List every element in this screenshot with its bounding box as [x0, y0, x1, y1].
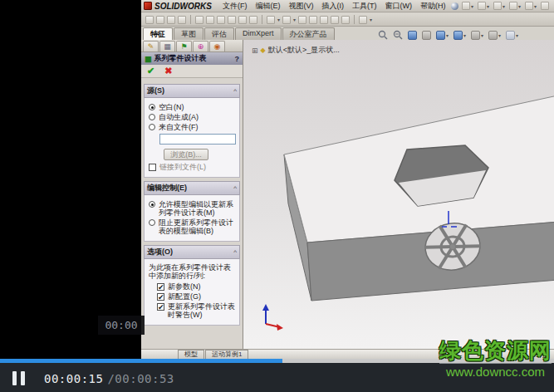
file-path-input[interactable]	[159, 134, 236, 145]
tab-evaluate[interactable]: 评估	[204, 27, 234, 40]
toolbar-icon[interactable]	[206, 16, 214, 24]
tab-model[interactable]: 模型	[178, 350, 204, 359]
tab-office-products[interactable]: 办公室产品	[282, 27, 335, 40]
panel-title: 系列零件设计表	[154, 53, 207, 64]
checkbox-icon	[149, 164, 156, 171]
propertymanager-tab[interactable]: ▦	[159, 41, 175, 51]
radio-icon	[149, 104, 155, 110]
solidworks-window: SOLIDWORKS 文件(F) 编辑(E) 视图(V) 插入(I) 工具(T)…	[141, 0, 554, 359]
checkbox-warn-update-label: 更新系列零件设计表时警告(W)	[168, 302, 238, 319]
radio-auto-create[interactable]: 自动生成(A)	[149, 113, 238, 121]
new-icon	[462, 2, 470, 10]
toolbar-icon[interactable]	[309, 16, 317, 24]
menu-view[interactable]: 视图(V)	[284, 1, 317, 12]
toolbar-icon[interactable]	[341, 16, 350, 24]
radio-blank[interactable]: 空白(N)	[149, 103, 238, 111]
configurationmanager-tab[interactable]: ⚑	[176, 41, 192, 51]
section-edit-control-body: 允许模型编辑以更新系列零件设计表(M) 阻止更新系列零件设计表的模型编辑(B)	[144, 195, 240, 242]
toolbar-icon[interactable]	[331, 16, 339, 24]
menu-edit[interactable]: 编辑(E)	[251, 1, 284, 12]
caret-icon: ▾	[463, 32, 466, 38]
tab-sketch[interactable]: 草图	[174, 27, 203, 40]
section-source-header[interactable]: 源(S) ^	[144, 84, 240, 98]
featuremanager-tab[interactable]: ✎	[143, 41, 159, 51]
ok-button[interactable]: ✔	[147, 66, 154, 76]
print-button[interactable]: ▾	[509, 2, 521, 10]
radio-from-file[interactable]: 来自文件(F)	[149, 123, 238, 131]
menu-file[interactable]: 文件(F)	[218, 1, 252, 12]
section-source: 源(S) ^ 空白(N) 自动生成(A)	[144, 84, 240, 178]
section-view-button[interactable]	[422, 31, 431, 40]
toolbar-icon[interactable]	[238, 16, 247, 24]
save-icon	[493, 2, 502, 10]
collapse-chevron-icon[interactable]: ^	[233, 184, 237, 192]
checkbox-new-configurations[interactable]: ✔ 新配置(G)	[157, 292, 238, 301]
pause-button[interactable]	[12, 371, 25, 385]
radio-allow-model-edits[interactable]: 允许模型编辑以更新系列零件设计表(M)	[149, 200, 238, 217]
view-orientation-button[interactable]: ▾	[436, 31, 449, 40]
help-button[interactable]: ?	[235, 55, 240, 63]
save-button[interactable]: ▾	[493, 2, 505, 10]
toolbar-icon[interactable]	[228, 16, 236, 24]
toolbar-icon[interactable]	[217, 16, 225, 24]
tab-features[interactable]: 特征	[143, 27, 173, 40]
section-edit-control: 编辑控制(E) ^ 允许模型编辑以更新系列零件设计表(M) 阻止更新系列零件设计…	[144, 181, 240, 242]
menu-window[interactable]: 窗口(W)	[380, 1, 416, 12]
checkbox-warn-update[interactable]: ✔ 更新系列零件设计表时警告(W)	[157, 302, 238, 319]
toolbar-icon[interactable]	[249, 16, 257, 24]
total-duration: /00:00:53	[107, 372, 174, 385]
solidworks-logo: SOLIDWORKS	[141, 2, 218, 11]
toolbar-icon[interactable]	[195, 16, 203, 24]
zoom-in-button[interactable]	[393, 30, 403, 40]
view-orientation-icon	[436, 31, 445, 40]
dimxpertmanager-tab[interactable]: ⊕	[193, 41, 208, 51]
open-button[interactable]: ▾	[478, 2, 489, 10]
toolbar-icon[interactable]	[320, 16, 328, 24]
browse-button[interactable]: 浏览(B)...	[164, 149, 208, 160]
hide-show-items-button[interactable]: ▾	[471, 31, 483, 40]
section-options-header[interactable]: 选项(O) ^	[144, 245, 240, 259]
tab-motion-study[interactable]: 运动算例1	[205, 350, 248, 359]
rebuild-button[interactable]	[541, 2, 549, 10]
link-to-file-checkbox[interactable]: 链接到文件(L)	[149, 163, 238, 171]
scene-button[interactable]: ▾	[506, 31, 518, 40]
zoom-fit-button[interactable]	[408, 31, 417, 40]
collapse-chevron-icon[interactable]: ^	[233, 87, 237, 95]
undo-button[interactable]: ▾	[525, 2, 537, 10]
displaymanager-tab[interactable]: ◉	[209, 41, 225, 51]
3d-model[interactable]	[243, 40, 554, 349]
toolbar-icon[interactable]	[167, 16, 175, 24]
toolbar-icon[interactable]	[267, 16, 275, 24]
watermark: 绿色资源网 www.downcc.com	[439, 340, 552, 378]
zoom-out-button[interactable]	[378, 30, 388, 40]
new-document-button[interactable]: ▾	[462, 2, 473, 10]
checkbox-checked-icon: ✔	[157, 283, 164, 291]
menu-insert[interactable]: 插入(I)	[317, 1, 348, 12]
section-view-icon	[422, 31, 431, 40]
toolbar-icon[interactable]	[178, 16, 186, 24]
toolbar-icon[interactable]	[298, 16, 306, 24]
graphics-viewport[interactable]: ⊞ ◆ 默认<默认>_显示状...	[243, 40, 554, 349]
display-style-button[interactable]: ▾	[453, 31, 466, 40]
collapse-chevron-icon[interactable]: ^	[233, 248, 237, 256]
radio-allow-label: 允许模型编辑以更新系列零件设计表(M)	[159, 200, 238, 217]
appearance-button[interactable]: ▾	[488, 31, 501, 40]
heads-up-view-toolbar: ▾ ▾ ▾ ▾ ▾	[378, 30, 518, 40]
rebuild-icon	[541, 2, 549, 10]
toolbar-icon[interactable]	[145, 16, 154, 24]
cancel-button[interactable]: ✖	[164, 66, 172, 76]
menu-help[interactable]: 帮助(H)	[416, 1, 450, 12]
checkbox-new-parameters[interactable]: ✔ 新参数(N)	[157, 282, 238, 291]
toolbar-icon[interactable]	[359, 16, 367, 24]
radio-block-label: 阻止更新系列零件设计表的模型编辑(B)	[159, 218, 238, 235]
radio-block-model-edits[interactable]: 阻止更新系列零件设计表的模型编辑(B)	[149, 218, 238, 235]
caret-icon: ▾	[487, 3, 489, 9]
resources-ball-icon[interactable]	[451, 2, 458, 10]
panel-title-bar: ▦ 系列零件设计表 ?	[141, 52, 243, 65]
menu-tools[interactable]: 工具(T)	[348, 1, 381, 12]
tab-dimxpert[interactable]: DimXpert	[235, 27, 282, 40]
section-edit-control-header[interactable]: 编辑控制(E) ^	[144, 181, 240, 195]
design-table-icon: ▦	[145, 55, 152, 63]
toolbar-icon[interactable]	[156, 16, 164, 24]
toolbar-icon[interactable]	[282, 16, 291, 24]
